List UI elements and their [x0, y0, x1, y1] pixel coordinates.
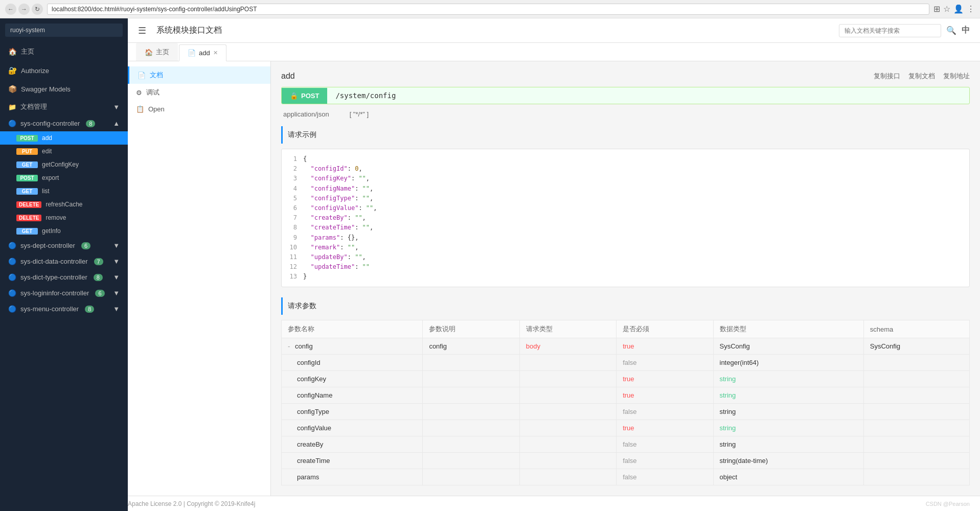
- datatype-link-configvalue[interactable]: string: [720, 424, 736, 432]
- method-put-badge: PUT: [16, 148, 38, 155]
- code-line-10: 10 "remark": "",: [287, 243, 964, 252]
- code-line-2: 2 "configId": 0,: [287, 164, 964, 174]
- param-desc-configid: [423, 355, 519, 371]
- sidebar-endpoint-put-edit[interactable]: PUT edit: [0, 145, 128, 158]
- doc-icon: 📄: [138, 72, 146, 79]
- header-search-input[interactable]: [839, 24, 941, 37]
- table-row: configKey true string: [282, 371, 970, 387]
- sidebar-item-authorize[interactable]: 🔐 Authorize: [0, 61, 128, 80]
- sidebar-controller-sys-menu[interactable]: 🔵 sys-menu-controller 8 ▼: [0, 301, 128, 317]
- param-schema-configtype: [863, 404, 969, 420]
- chevron-down-icon-dict-type: ▼: [113, 273, 120, 281]
- home-icon: 🏠: [8, 48, 17, 56]
- sidebar-item-swagger-models[interactable]: 📦 Swagger Models: [0, 80, 128, 98]
- param-name-configname: configName: [282, 387, 423, 404]
- copy-doc-button[interactable]: 复制文档: [908, 72, 935, 81]
- language-button[interactable]: 中: [962, 25, 970, 36]
- sidebar-controller-sys-config[interactable]: 🔵 sys-config-controller 8 ▲: [0, 115, 128, 131]
- sidebar-controller-sys-logininfor[interactable]: 🔵 sys-logininfor-controller 6 ▼: [0, 285, 128, 301]
- chevron-down-icon-dept: ▼: [113, 242, 120, 249]
- param-type-config: body: [519, 338, 616, 355]
- page-title: 系统模块接口文档: [156, 25, 222, 36]
- left-panel-open[interactable]: 📋 Open: [128, 101, 270, 117]
- post-method-button[interactable]: 🔒 POST: [282, 88, 327, 104]
- sidebar-endpoint-delete-refreshcache[interactable]: DELETE refreshCache: [0, 198, 128, 211]
- sidebar-endpoint-get-list[interactable]: GET list: [0, 184, 128, 198]
- main-content: ☰ 系统模块接口文档 🔍 中 🏠 主页 📄 add ✕: [128, 18, 980, 511]
- sidebar-item-doc-management[interactable]: 📁 文档管理 ▼: [0, 98, 128, 115]
- datatype-link-configkey[interactable]: string: [720, 375, 736, 383]
- param-name-createby: createBy: [282, 436, 423, 453]
- sidebar-controller-sys-dict-type[interactable]: 🔵 sys-dict-type-controller 8 ▼: [0, 269, 128, 285]
- address-bar[interactable]: [47, 4, 929, 15]
- sidebar-endpoint-refreshcache-label: refreshCache: [45, 201, 82, 208]
- datatype-link-configname[interactable]: string: [720, 391, 736, 399]
- left-panel-doc[interactable]: 📄 文档: [128, 66, 270, 84]
- forward-button[interactable]: →: [18, 4, 30, 15]
- param-datatype-params: object: [713, 469, 863, 485]
- param-name-createtime: createTime: [282, 453, 423, 469]
- code-line-13: 13 }: [287, 272, 964, 282]
- translate-icon[interactable]: ⊞: [933, 4, 940, 14]
- tabs-bar: 🏠 主页 📄 add ✕: [128, 43, 980, 61]
- param-required-createby: false: [617, 436, 713, 453]
- left-panel-debug[interactable]: ⚙ 调试: [128, 84, 270, 101]
- hamburger-icon[interactable]: ☰: [138, 25, 146, 36]
- copy-address-button[interactable]: 复制地址: [943, 72, 970, 81]
- header-search-button[interactable]: 🔍: [946, 26, 956, 35]
- param-schema-config: SysConfig: [863, 338, 969, 355]
- sidebar-endpoint-post-add[interactable]: POST add: [0, 131, 128, 145]
- param-type-configid: [519, 355, 616, 371]
- param-type-configname: [519, 387, 616, 404]
- sidebar-item-authorize-label: Authorize: [21, 67, 49, 75]
- table-row: params false object: [282, 469, 970, 485]
- param-type-configkey: [519, 371, 616, 387]
- param-required-createtime: false: [617, 453, 713, 469]
- param-desc-createby: [423, 436, 519, 453]
- back-button[interactable]: ←: [5, 4, 16, 15]
- table-row: configId false integer(int64): [282, 355, 970, 371]
- tab-add-close[interactable]: ✕: [213, 50, 218, 56]
- more-icon[interactable]: ⋮: [967, 4, 975, 14]
- table-row: createTime false string(date-time): [282, 453, 970, 469]
- sidebar-controller-sys-dept[interactable]: 🔵 sys-dept-controller 6 ▼: [0, 238, 128, 253]
- sidebar-item-doc-management-label: 文档管理: [20, 102, 47, 111]
- sidebar-controller-sys-dict-data-label: sys-dict-data-controller: [20, 258, 88, 265]
- param-schema-configvalue: [863, 420, 969, 436]
- param-required-configtype: false: [617, 404, 713, 420]
- sidebar-endpoint-edit-label: edit: [42, 148, 52, 155]
- param-desc-params: [423, 469, 519, 485]
- sys-config-badge: 8: [86, 120, 95, 127]
- sidebar-controller-sys-dict-data[interactable]: 🔵 sys-dict-data-controller 7 ▼: [0, 253, 128, 269]
- sidebar-endpoint-export-label: export: [42, 174, 59, 181]
- sidebar-endpoint-delete-remove[interactable]: DELETE remove: [0, 211, 128, 224]
- sidebar-search-input[interactable]: [5, 24, 123, 37]
- param-required-configkey: true: [617, 371, 713, 387]
- tab-home[interactable]: 🏠 主页: [136, 43, 178, 61]
- reload-button[interactable]: ↻: [32, 4, 43, 15]
- param-name-config: - config: [282, 338, 423, 355]
- left-panel-doc-label: 文档: [150, 71, 163, 80]
- sidebar-endpoint-get-configkey[interactable]: GET getConfigKey: [0, 158, 128, 171]
- param-required-config: true: [617, 338, 713, 355]
- bookmark-icon[interactable]: ☆: [943, 4, 950, 14]
- dict-type-icon: 🔵: [8, 273, 16, 281]
- code-line-8: 8 "createTime": "",: [287, 223, 964, 233]
- tab-add-icon: 📄: [188, 49, 196, 57]
- left-panel: 📄 文档 ⚙ 调试 📋 Open: [128, 61, 271, 496]
- endpoint-path: /system/config: [327, 87, 404, 104]
- sidebar-endpoint-post-export[interactable]: POST export: [0, 171, 128, 184]
- sidebar-item-home[interactable]: 🏠 主页: [0, 42, 128, 61]
- expand-icon[interactable]: -: [288, 342, 290, 350]
- param-datatype-configkey: string: [713, 371, 863, 387]
- sidebar-endpoint-get-getinfo[interactable]: GET getInfo: [0, 224, 128, 238]
- request-example-title: 请求示例: [281, 126, 970, 144]
- chevron-up-icon: ▲: [113, 120, 120, 127]
- request-params-section: 请求参数 参数名称 参数说明 请求类型 是否必须 数据类型 schema: [281, 297, 970, 485]
- copy-api-button[interactable]: 复制接口: [874, 72, 900, 81]
- post-method-label: POST: [301, 92, 319, 100]
- profile-icon[interactable]: 👤: [953, 4, 964, 14]
- right-panel: add 复制接口 复制文档 复制地址 🔒 POST /system/config: [271, 61, 980, 496]
- param-schema-configkey: [863, 371, 969, 387]
- tab-add[interactable]: 📄 add ✕: [179, 44, 226, 61]
